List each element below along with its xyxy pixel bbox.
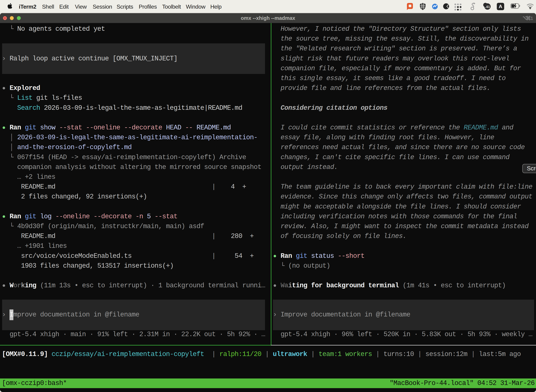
svg-text:1: 1 <box>531 16 533 20</box>
